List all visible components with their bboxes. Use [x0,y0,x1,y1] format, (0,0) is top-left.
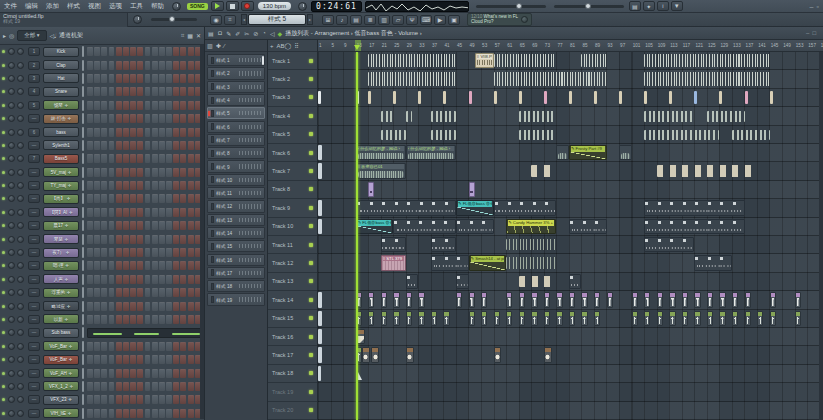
step-cell[interactable] [188,355,194,364]
clip-cl[interactable] [707,111,745,121]
step-cell[interactable] [130,342,136,351]
playlist-lane[interactable] [318,383,823,401]
channel-button[interactable]: VFX_23✛ [43,395,79,405]
step-cell[interactable] [173,288,179,297]
clip-ln[interactable] [368,54,456,67]
channel-number[interactable]: 2 [28,61,40,70]
step-cell[interactable] [116,261,122,270]
channel-button[interactable]: VFX_1_2✛ [43,381,79,391]
tools-icon[interactable]: ✦ [643,1,655,11]
channel-pan-knob[interactable] [8,289,15,296]
playlist-lane[interactable]: ✎ FL低音bass 音色 [318,199,823,217]
channel-led[interactable] [2,318,5,321]
record-button[interactable] [241,1,254,11]
step-cell[interactable] [130,114,136,123]
step-cell[interactable] [152,208,158,217]
clip-rg[interactable] [682,311,688,326]
step-cell[interactable] [123,194,129,203]
minimize-button[interactable]: – [810,3,814,10]
step-cell[interactable] [137,302,143,311]
step-cell[interactable] [94,342,100,351]
channel-pan-knob[interactable] [8,383,15,390]
pattern-pencil-icon[interactable]: ∕ [224,43,225,49]
step-cell[interactable] [137,261,143,270]
step-cell[interactable] [87,315,93,324]
step-cell[interactable] [173,395,179,404]
channel-volume-knob[interactable] [17,383,24,390]
step-cell[interactable] [166,315,172,324]
clip-rg[interactable] [368,311,374,326]
clip-at[interactable]: ✎ FL低音bass 音色 - Volume [356,219,394,234]
pattern-item[interactable]: 样式 8 [207,147,265,159]
step-cell[interactable] [173,275,179,284]
playlist-lane[interactable] [318,70,823,88]
step-cell[interactable] [123,74,129,83]
channel-pan-knob[interactable] [8,48,15,55]
channel-button[interactable]: 晨17✛ [43,221,79,231]
step-cell[interactable] [173,369,179,378]
channel-button[interactable]: Sylenth1 [43,140,79,150]
step-cell[interactable] [159,47,165,56]
step-cell[interactable] [130,74,136,83]
clip-rp[interactable] [544,292,550,307]
step-cell[interactable] [109,128,115,137]
step-cell[interactable] [116,342,122,351]
step-cell[interactable] [130,141,136,150]
step-cell[interactable] [166,154,172,163]
step-cell[interactable] [87,302,93,311]
step-cell[interactable] [166,128,172,137]
channel-led[interactable] [2,171,5,174]
channel-led[interactable] [2,345,5,348]
step-cell[interactable] [137,181,143,190]
step-sequencer[interactable] [87,87,201,96]
step-cell[interactable] [109,154,115,163]
step-cell[interactable] [166,208,172,217]
step-cell[interactable] [101,315,107,324]
step-cell[interactable] [123,302,129,311]
stab-clip[interactable] [619,91,622,104]
step-cell[interactable] [94,369,100,378]
clip-md[interactable] [356,200,456,215]
step-cell[interactable] [152,288,158,297]
pattern-color-chip[interactable] [211,163,214,170]
step-cell[interactable] [137,409,143,418]
step-cell[interactable] [116,382,122,391]
maximize-button[interactable]: ▫ [817,3,819,10]
step-cell[interactable] [137,275,143,284]
stab-clip[interactable] [669,91,672,104]
clip-bx[interactable] [519,276,557,287]
pattern-color-chip[interactable] [211,216,214,223]
clip-rg[interactable] [418,311,424,326]
step-cell[interactable] [173,101,179,110]
step-cell[interactable] [173,235,179,244]
step-cell[interactable] [188,248,194,257]
channel-number[interactable]: 5 [28,101,40,110]
step-cell[interactable] [159,168,165,177]
step-cell[interactable] [152,409,158,418]
step-cell[interactable] [116,61,122,70]
clip-md[interactable] [569,219,607,234]
step-cell[interactable] [109,355,115,364]
step-cell[interactable] [159,288,165,297]
clip-pk[interactable]: ≡ STL 379 [381,255,406,270]
step-cell[interactable] [87,355,93,364]
clip-rp[interactable] [745,292,751,307]
step-cell[interactable] [101,168,107,177]
clip-cl[interactable] [406,111,412,121]
stab-clip[interactable] [519,91,522,104]
playlist-scrollbar[interactable] [819,52,823,420]
step-cell[interactable] [130,395,136,404]
channel-volume-knob[interactable] [17,410,24,417]
step-cell[interactable] [137,61,143,70]
pattern-item[interactable]: 样式 19 [207,293,265,305]
clip-md[interactable] [644,200,744,215]
step-cell[interactable] [145,181,151,190]
track-header[interactable]: Track 10 [268,218,317,236]
pattern-item[interactable]: 样式 17 [207,267,265,279]
clip-ln[interactable] [494,54,557,67]
step-cell[interactable] [145,275,151,284]
step-cell[interactable] [188,61,194,70]
pattern-color-chip[interactable] [211,230,214,237]
clip-rg[interactable] [694,311,700,326]
step-cell[interactable] [166,141,172,150]
